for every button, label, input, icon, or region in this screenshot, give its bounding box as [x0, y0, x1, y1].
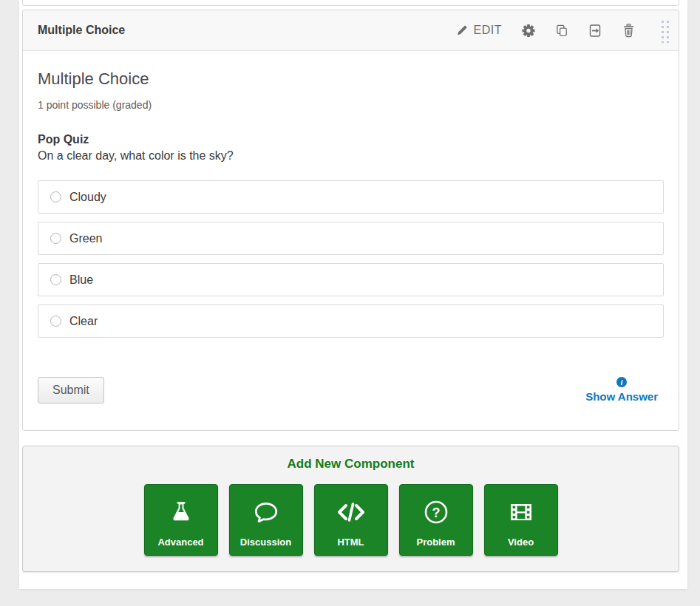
radio-button[interactable] [50, 233, 61, 244]
question-circle-icon: ? [423, 497, 449, 527]
unit-content-column: Multiple Choice EDIT [19, 0, 687, 589]
option-row[interactable]: Blue [38, 263, 664, 296]
component-button-label: Advanced [157, 537, 203, 548]
radio-button[interactable] [50, 274, 61, 285]
delete-button[interactable] [622, 24, 635, 37]
pencil-icon [455, 24, 469, 37]
option-label: Clear [69, 315, 98, 328]
option-row[interactable]: Clear [38, 304, 664, 338]
settings-button[interactable] [522, 24, 535, 37]
component-button-label: HTML [337, 537, 364, 548]
code-icon [336, 497, 366, 527]
move-icon [588, 24, 602, 37]
page: Multiple Choice EDIT [0, 0, 700, 606]
move-button[interactable] [588, 24, 602, 37]
option-row[interactable]: Green [38, 222, 664, 255]
add-advanced-button[interactable]: Advanced [144, 484, 218, 556]
info-icon: i [616, 377, 627, 387]
svg-text:?: ? [432, 505, 440, 520]
flask-icon [169, 497, 194, 527]
drag-handle-icon[interactable] [659, 18, 670, 43]
quiz-question: On a clear day, what color is the sky? [38, 149, 664, 163]
problem-points: 1 point possible (graded) [38, 99, 664, 111]
show-answer-link[interactable]: Show Answer [585, 390, 658, 403]
quiz-title: Pop Quiz [38, 133, 664, 146]
problem-body: Multiple Choice 1 point possible (graded… [23, 69, 679, 404]
radio-button[interactable] [50, 191, 61, 202]
option-label: Cloudy [69, 191, 106, 204]
show-answer-block: i Show Answer [585, 377, 658, 403]
previous-component-edge [22, 0, 679, 6]
options-list: Cloudy Green Blue Clear [38, 180, 664, 338]
radio-button[interactable] [50, 316, 61, 327]
component-actions: EDIT [455, 18, 670, 43]
component-header: Multiple Choice EDIT [23, 10, 679, 51]
component-type-buttons: Advanced Discussion [23, 484, 679, 556]
add-new-component-panel: Add New Component Advanced [22, 446, 679, 572]
comment-icon [253, 497, 279, 527]
option-label: Blue [69, 273, 93, 287]
copy-icon [555, 24, 568, 37]
add-problem-button[interactable]: ? Problem [399, 484, 473, 556]
edit-button-label: EDIT [474, 24, 502, 37]
component-title: Multiple Choice [38, 24, 125, 37]
multiple-choice-component: Multiple Choice EDIT [22, 10, 679, 431]
problem-actions: Submit i Show Answer [38, 377, 664, 404]
add-video-button[interactable]: Video [484, 484, 558, 556]
duplicate-button[interactable] [555, 24, 568, 37]
problem-heading: Multiple Choice [38, 69, 664, 88]
submit-button[interactable]: Submit [38, 377, 104, 404]
option-row[interactable]: Cloudy [38, 180, 664, 214]
add-discussion-button[interactable]: Discussion [229, 484, 303, 556]
film-icon [508, 497, 534, 527]
trash-icon [622, 24, 635, 37]
add-html-button[interactable]: HTML [314, 484, 388, 556]
option-label: Green [69, 232, 102, 245]
component-button-label: Video [508, 537, 534, 548]
component-button-label: Discussion [240, 537, 291, 548]
gear-icon [522, 24, 535, 37]
add-new-component-title: Add New Component [23, 457, 679, 471]
component-button-label: Problem [416, 537, 455, 548]
edit-button[interactable]: EDIT [455, 24, 502, 37]
